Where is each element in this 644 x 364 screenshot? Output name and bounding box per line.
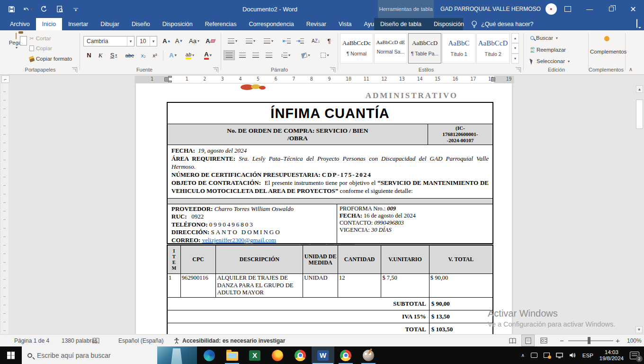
- tab-diseno[interactable]: Diseño: [125, 18, 156, 30]
- read-mode-icon[interactable]: [506, 335, 519, 346]
- horizontal-ruler[interactable]: 1 12345678910111213141516171819: [135, 76, 514, 83]
- email-link[interactable]: velizjeniffer2300@gmail.com: [202, 237, 277, 244]
- taskbar-gimp-icon[interactable]: [357, 346, 380, 364]
- text-effects-button[interactable]: A▾: [166, 50, 180, 60]
- page-indicator[interactable]: Página 1 de 4: [14, 335, 49, 346]
- share-comment-icon[interactable]: [636, 19, 637, 28]
- cut-button[interactable]: ✂ Cortar: [29, 35, 51, 42]
- zoom-in-button[interactable]: +: [616, 335, 620, 346]
- underline-button[interactable]: S▾: [107, 50, 120, 60]
- tab-correspondencia[interactable]: Correspondencia: [242, 18, 300, 30]
- bullets-button[interactable]: ▾: [224, 36, 241, 46]
- zoom-slider[interactable]: [568, 340, 613, 341]
- restore-button[interactable]: [600, 0, 622, 18]
- redo-icon[interactable]: [39, 4, 48, 14]
- taskbar-word-icon[interactable]: W: [312, 346, 334, 364]
- superscript-button[interactable]: x²: [150, 50, 160, 60]
- clear-formatting-button[interactable]: A: [205, 36, 216, 46]
- accessibility-status[interactable]: Accesibilidad: es necesario investigar: [173, 335, 285, 346]
- zoom-out-button[interactable]: −: [560, 335, 564, 346]
- language-indicator[interactable]: Español (España): [118, 335, 163, 346]
- tab-revisar[interactable]: Revisar: [300, 18, 332, 30]
- tablet-mode-icon[interactable]: [531, 353, 537, 358]
- account-area[interactable]: GAD PARROQUIAL VALLE HERMOSO ●: [440, 0, 557, 18]
- styles-dialog-launcher[interactable]: [516, 67, 521, 73]
- scrollbar-thumb[interactable]: [636, 100, 643, 129]
- minimize-button[interactable]: —: [579, 0, 600, 18]
- font-name-combo[interactable]: Cambria▾: [83, 36, 134, 46]
- left-indent-marker[interactable]: [168, 81, 172, 82]
- tell-me-box[interactable]: ¿Qué desea hacer?: [471, 18, 534, 30]
- proofing-icon[interactable]: [92, 335, 99, 346]
- bold-button[interactable]: N: [84, 50, 94, 60]
- highlight-button[interactable]: ab▾: [182, 50, 198, 60]
- strikethrough-button[interactable]: abe: [123, 50, 136, 60]
- select-button[interactable]: Seleccionar▾: [530, 58, 570, 64]
- customize-qat-icon[interactable]: —▾: [71, 4, 80, 14]
- taskbar-edge-icon[interactable]: [198, 346, 221, 364]
- decrease-indent-button[interactable]: ⇤: [280, 36, 293, 46]
- clipboard-dialog-launcher[interactable]: [72, 67, 77, 73]
- contextual-tab-diseno-de-tabla[interactable]: Diseño de tabla: [374, 18, 428, 30]
- network-icon[interactable]: [556, 353, 563, 358]
- tab-referencias[interactable]: Referencias: [199, 18, 243, 30]
- tab-insertar[interactable]: Insertar: [62, 18, 94, 30]
- line-spacing-button[interactable]: ↕▾: [277, 50, 294, 60]
- undo-icon[interactable]: ▾: [23, 4, 32, 14]
- tab-selector[interactable]: ⌐: [1, 75, 9, 83]
- replace-button[interactable]: abac Reemplazar: [530, 46, 566, 53]
- show-marks-button[interactable]: ¶: [324, 36, 334, 46]
- close-button[interactable]: ✕: [622, 0, 644, 18]
- print-preview-icon[interactable]: [55, 4, 64, 14]
- justify-button[interactable]: [263, 50, 275, 60]
- tab-inicio[interactable]: Inicio: [36, 18, 62, 30]
- taskbar-chrome-profile-icon[interactable]: [334, 346, 357, 364]
- tray-language[interactable]: ESP: [582, 353, 593, 358]
- save-icon[interactable]: [7, 4, 16, 14]
- scroll-up-icon[interactable]: ▲: [636, 85, 643, 93]
- taskbar-firefox-icon[interactable]: [266, 346, 289, 364]
- tray-expand-icon[interactable]: ∧: [521, 353, 524, 358]
- first-line-indent-marker[interactable]: [168, 76, 172, 78]
- style-gallery-more-icon[interactable]: ▼: [511, 54, 519, 64]
- numbering-button[interactable]: ▾: [242, 36, 259, 46]
- tab-dibujar[interactable]: Dibujar: [94, 18, 125, 30]
- ribbon-display-options-icon[interactable]: [557, 0, 579, 18]
- tab-archivo[interactable]: Archivo: [4, 18, 36, 30]
- tray-clock[interactable]: 14:03 19/8/2024: [599, 349, 624, 362]
- paragraph-dialog-launcher[interactable]: [330, 67, 335, 73]
- shrink-font-button[interactable]: A▼: [173, 36, 185, 46]
- multilevel-list-button[interactable]: ▾: [260, 36, 277, 46]
- subscript-button[interactable]: x₂: [138, 50, 149, 60]
- table-column-marker[interactable]: [491, 77, 495, 82]
- italic-button[interactable]: K: [96, 50, 105, 60]
- style-scroll-down-icon[interactable]: ▼: [511, 43, 519, 53]
- align-right-button[interactable]: [250, 50, 261, 60]
- style-scroll-up-icon[interactable]: ▲: [511, 33, 519, 43]
- font-color-button[interactable]: A▾: [200, 50, 216, 60]
- scroll-down-icon[interactable]: ▼: [635, 326, 643, 333]
- zoom-slider-thumb[interactable]: [588, 337, 590, 344]
- order-info-table[interactable]: ÍNFIMA CUANTÍA No. DE ORDEN DE COMPRA: S…: [167, 102, 493, 244]
- increase-indent-button[interactable]: ⇥: [294, 36, 306, 46]
- font-dialog-launcher[interactable]: [213, 67, 218, 73]
- find-button[interactable]: Buscar▾: [530, 35, 558, 41]
- collapse-ribbon-icon[interactable]: ∧: [629, 66, 633, 73]
- volume-icon[interactable]: [569, 352, 576, 358]
- taskbar-search-input[interactable]: Escribe aquí para buscar: [22, 346, 157, 364]
- undo-dropdown-icon[interactable]: ▾: [30, 7, 32, 11]
- vertical-scrollbar[interactable]: ▲: [636, 85, 643, 332]
- style-normal-sa[interactable]: AaBbCcD dENormal Sa...: [374, 33, 407, 64]
- style-table-pa[interactable]: AaBbCcD¶ Table Pa...: [408, 33, 441, 64]
- search-highlight-image[interactable]: [157, 346, 197, 364]
- align-left-button[interactable]: [224, 50, 235, 60]
- borders-button[interactable]: ▾: [316, 50, 333, 60]
- style-titulo-1[interactable]: AaBbCTítulo 1: [442, 33, 475, 64]
- font-size-combo[interactable]: 10▾: [136, 36, 157, 46]
- taskbar-excel-icon[interactable]: X: [243, 346, 266, 364]
- contextual-tab-disposicion[interactable]: Disposición: [428, 18, 470, 30]
- taskbar-file-explorer-icon[interactable]: [221, 346, 243, 364]
- paste-button[interactable]: Pegar ▾: [4, 33, 28, 50]
- addins-button[interactable]: Complementos: [590, 36, 623, 55]
- start-button[interactable]: [0, 346, 22, 364]
